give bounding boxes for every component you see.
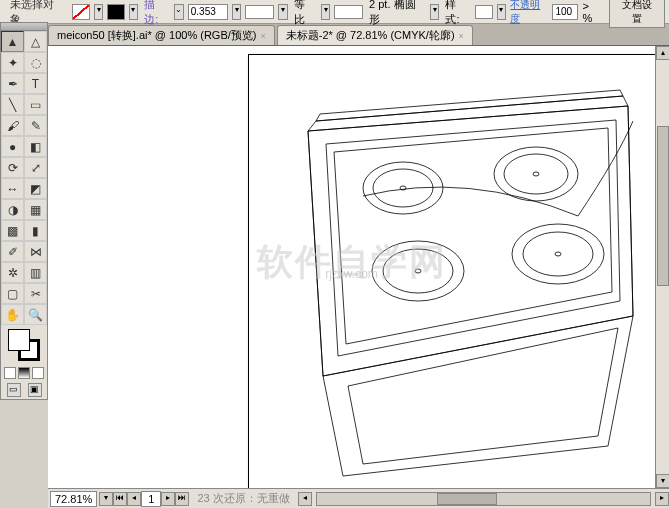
undo-status: 23 次还原：无重做	[197, 491, 289, 506]
scroll-down-button[interactable]: ▾	[656, 474, 669, 488]
profile-label: 等比	[292, 0, 317, 27]
stroke-label: 描边:	[142, 0, 170, 27]
blend-tool[interactable]: ⋈	[24, 241, 47, 262]
zoom-tool[interactable]: 🔍	[24, 304, 47, 325]
eraser-tool[interactable]: ◧	[24, 136, 47, 157]
canvas[interactable]: 软件自学网 rjzxw.com	[48, 46, 655, 488]
horizontal-scrollbar[interactable]	[316, 492, 651, 506]
svg-point-13	[533, 172, 539, 176]
hscroll-right[interactable]: ▸	[655, 492, 669, 506]
screen-mode-full[interactable]: ▣	[28, 383, 42, 397]
brush-dropdown[interactable]: ▾	[430, 4, 440, 20]
fill-swatch[interactable]	[72, 4, 89, 20]
zoom-dropdown[interactable]: ▾	[99, 492, 113, 506]
svg-point-19	[555, 252, 561, 256]
symbol-sprayer-tool[interactable]: ✲	[1, 262, 24, 283]
status-bar: 72.81% ▾ ⏮ ◂ 1 ▸ ⏭ 23 次还原：无重做 ◂ ▸	[48, 488, 669, 508]
tab-untitled-2[interactable]: 未标题-2* @ 72.81% (CMYK/轮廓) ×	[277, 25, 473, 45]
selection-tool[interactable]: ▲	[1, 31, 24, 52]
stroke-dropdown[interactable]: ▾	[129, 4, 139, 20]
hand-tool[interactable]: ✋	[1, 304, 24, 325]
screen-mode-normal[interactable]: ▭	[7, 383, 21, 397]
tab-label: meicon50 [转换].ai* @ 100% (RGB/预览)	[57, 28, 256, 43]
svg-point-8	[363, 162, 443, 214]
last-artboard-button[interactable]: ⏭	[175, 492, 189, 506]
opacity-input[interactable]	[552, 4, 578, 20]
rectangle-tool[interactable]: ▭	[24, 94, 47, 115]
first-artboard-button[interactable]: ⏮	[113, 492, 127, 506]
pen-tool[interactable]: ✒	[1, 73, 24, 94]
graph-tool[interactable]: ▥	[24, 262, 47, 283]
eyedropper-tool[interactable]: ✐	[1, 241, 24, 262]
svg-marker-5	[316, 90, 623, 121]
free-transform-tool[interactable]: ◩	[24, 178, 47, 199]
style-dropdown[interactable]: ▾	[497, 4, 507, 20]
direct-selection-tool[interactable]: △	[24, 31, 47, 52]
svg-point-15	[383, 249, 453, 293]
scroll-thumb[interactable]	[657, 126, 669, 286]
fill-stroke-control[interactable]	[1, 325, 47, 365]
svg-line-2	[308, 131, 323, 376]
slice-tool[interactable]: ✂	[24, 283, 47, 304]
perspective-grid-tool[interactable]: ▦	[24, 199, 47, 220]
vertical-scrollbar[interactable]: ▴ ▾	[655, 46, 669, 488]
options-bar: 未选择对象 ▾ ▾ 描边: ⌄ ▾ ▾ 等比 ▾ 2 pt. 椭圆形 ▾ 样式:…	[0, 0, 669, 24]
prev-artboard-button[interactable]: ◂	[127, 492, 141, 506]
color-mode-none[interactable]	[32, 367, 44, 379]
width-tool[interactable]: ↔	[1, 178, 24, 199]
document-tabs: meicon50 [转换].ai* @ 100% (RGB/预览) × 未标题-…	[0, 24, 669, 46]
hscroll-left[interactable]: ◂	[298, 492, 312, 506]
document-setup-button[interactable]: 文档设置	[609, 0, 665, 28]
svg-point-11	[494, 147, 578, 201]
toolbox: ▲△✦◌✒T╲▭🖌✎●◧⟳⤢↔◩◑▦▩▮✐⋈✲▥▢✂✋🔍 ▭ ▣	[0, 22, 48, 400]
svg-point-9	[373, 169, 433, 207]
type-tool[interactable]: T	[24, 73, 47, 94]
brush-label: 2 pt. 椭圆形	[367, 0, 426, 27]
profile-preview[interactable]	[245, 5, 274, 19]
artwork-stove-wireframe	[268, 66, 668, 488]
rotate-tool[interactable]: ⟳	[1, 157, 24, 178]
profile-dropdown[interactable]: ▾	[278, 4, 288, 20]
scroll-up-button[interactable]: ▴	[656, 46, 669, 60]
stroke-weight-menu[interactable]: ▾	[232, 4, 242, 20]
zoom-level[interactable]: 72.81%	[50, 491, 97, 507]
svg-point-17	[512, 224, 604, 284]
line-tool[interactable]: ╲	[1, 94, 24, 115]
profile-menu[interactable]: ▾	[321, 4, 331, 20]
lasso-tool[interactable]: ◌	[24, 52, 47, 73]
stroke-weight-input[interactable]	[188, 4, 228, 20]
tab-meicon50[interactable]: meicon50 [转换].ai* @ 100% (RGB/预览) ×	[48, 25, 275, 45]
svg-marker-7	[334, 128, 612, 344]
blob-brush-tool[interactable]: ●	[1, 136, 24, 157]
style-label: 样式:	[443, 0, 471, 27]
stroke-swatch[interactable]	[107, 4, 124, 20]
stroke-weight-down[interactable]: ⌄	[174, 4, 184, 20]
shape-builder-tool[interactable]: ◑	[1, 199, 24, 220]
paintbrush-tool[interactable]: 🖌	[1, 115, 24, 136]
fill-dropdown[interactable]: ▾	[94, 4, 104, 20]
opacity-link[interactable]: 不透明度	[510, 0, 548, 26]
style-preview[interactable]	[475, 5, 492, 19]
magic-wand-tool[interactable]: ✦	[1, 52, 24, 73]
workspace: 软件自学网 rjzxw.com ▴ ▾	[48, 46, 669, 488]
color-mode-color[interactable]	[4, 367, 16, 379]
scale-tool[interactable]: ⤢	[24, 157, 47, 178]
brush-preview[interactable]	[334, 5, 363, 19]
hscroll-thumb[interactable]	[437, 493, 497, 505]
opacity-suffix: > %	[582, 0, 600, 24]
next-artboard-button[interactable]: ▸	[161, 492, 175, 506]
artboard-tool[interactable]: ▢	[1, 283, 24, 304]
svg-point-14	[372, 241, 464, 301]
gradient-tool[interactable]: ▮	[24, 220, 47, 241]
close-icon[interactable]: ×	[459, 31, 464, 41]
svg-line-3	[628, 106, 633, 316]
close-icon[interactable]: ×	[260, 31, 265, 41]
mesh-tool[interactable]: ▩	[1, 220, 24, 241]
fill-box[interactable]	[8, 329, 30, 351]
svg-point-16	[415, 269, 421, 273]
pencil-tool[interactable]: ✎	[24, 115, 47, 136]
artboard-number[interactable]: 1	[141, 491, 161, 507]
toolbox-grip[interactable]	[1, 23, 47, 31]
color-mode-gradient[interactable]	[18, 367, 30, 379]
svg-point-18	[523, 232, 593, 276]
